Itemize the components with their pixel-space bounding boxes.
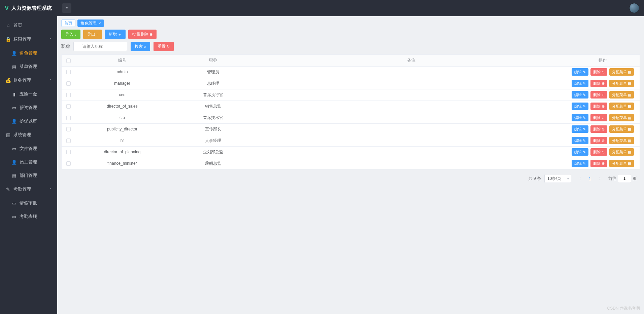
page-number[interactable]: 1 — [587, 176, 593, 181]
import-button[interactable]: 导入 ↓ — [61, 30, 80, 39]
sidebar-sub-item[interactable]: ▮ 五险一金 — [0, 87, 57, 101]
sidebar-sub-item[interactable]: ▭ 文件管理 — [0, 142, 57, 155]
sidebar-group[interactable]: 💰 财务管理 ⌃ — [0, 73, 57, 87]
sidebar-group-label: 财务管理 — [13, 77, 31, 83]
sidebar-group[interactable]: 🔒 权限管理 ⌃ — [0, 32, 57, 46]
table-row: hr 人事经理 编辑 ✎ 删除 ⊖ 分配菜单 ▦ — [62, 135, 640, 146]
remove-icon: ⊖ — [149, 32, 152, 37]
assign-menu-button[interactable]: 分配菜单 ▦ — [609, 125, 634, 133]
delete-button[interactable]: 删除 ⊖ — [590, 91, 607, 99]
jump-input[interactable] — [618, 174, 631, 183]
row-checkbox[interactable] — [66, 139, 71, 143]
row-checkbox[interactable] — [66, 150, 71, 154]
edit-icon: ✎ — [583, 70, 586, 74]
button-label: 编辑 — [574, 138, 582, 143]
delete-button[interactable]: 删除 ⊖ — [590, 148, 607, 156]
edit-button[interactable]: 编辑 ✎ — [572, 91, 588, 99]
button-label: 分配菜单 — [612, 138, 627, 143]
next-page-button[interactable]: 〉 — [596, 174, 605, 183]
select-all-checkbox[interactable] — [66, 58, 71, 63]
col-header-ops: 操作 — [566, 55, 640, 66]
sidebar-group[interactable]: ✎ 考勤管理 ⌃ — [0, 182, 57, 196]
delete-button[interactable]: 删除 ⊖ — [590, 160, 607, 167]
delete-button[interactable]: 删除 ⊖ — [590, 125, 607, 133]
item-icon: ▭ — [11, 214, 17, 219]
row-checkbox[interactable] — [66, 161, 71, 166]
assign-menu-button[interactable]: 分配菜单 ▦ — [609, 148, 634, 156]
delete-button[interactable]: 删除 ⊖ — [590, 68, 607, 76]
delete-button[interactable]: 删除 ⊖ — [590, 137, 607, 144]
search-button[interactable]: 搜索 ⌕ — [131, 42, 150, 51]
delete-button[interactable]: 删除 ⊖ — [590, 103, 607, 110]
assign-menu-button[interactable]: 分配菜单 ▦ — [609, 91, 634, 99]
grid-icon: ▦ — [628, 127, 631, 131]
tab-label: 首页 — [64, 21, 72, 26]
button-label: 删除 — [593, 150, 601, 155]
avatar[interactable] — [629, 3, 639, 13]
edit-button[interactable]: 编辑 ✎ — [572, 80, 588, 87]
sidebar-group[interactable]: ▤ 系统管理 ⌃ — [0, 128, 57, 142]
button-label: 重置 — [158, 44, 166, 49]
add-button[interactable]: 新增 ＋ — [105, 30, 126, 39]
chevron-left-icon: 〈 — [577, 176, 581, 181]
collapse-icon: ≡ — [66, 6, 68, 10]
filter: 职称 ⌕ 搜索 ⌕ 重置 ↻ — [61, 42, 640, 51]
edit-button[interactable]: 编辑 ✎ — [572, 137, 588, 144]
edit-button[interactable]: 编辑 ✎ — [572, 68, 588, 76]
sidebar-item-label: 薪资管理 — [20, 105, 37, 111]
cell-remark — [257, 135, 566, 146]
assign-menu-button[interactable]: 分配菜单 ▦ — [609, 103, 634, 110]
assign-menu-button[interactable]: 分配菜单 ▦ — [609, 114, 634, 121]
sidebar-item-label: 首页 — [13, 22, 22, 28]
cell-title: 首席技术官 — [169, 112, 257, 123]
edit-button[interactable]: 编辑 ✎ — [572, 103, 588, 110]
page-size-select[interactable]: 10条/页 ▾ — [544, 174, 571, 183]
sidebar-sub-item[interactable]: 👤 员工管理 — [0, 155, 57, 169]
edit-button[interactable]: 编辑 ✎ — [572, 114, 588, 121]
sidebar-sub-item[interactable]: ▭ 薪资管理 — [0, 101, 57, 114]
button-label: 分配菜单 — [612, 104, 627, 109]
row-checkbox[interactable] — [66, 127, 71, 131]
row-checkbox[interactable] — [66, 81, 71, 86]
sidebar-item-home[interactable]: ⌂ 首页 — [0, 18, 57, 32]
chevron-down-icon: ⌃ — [49, 79, 52, 82]
collapse-button[interactable]: ≡ — [62, 3, 71, 13]
cell-title: 管理员 — [169, 66, 257, 78]
close-icon[interactable]: ✕ — [98, 22, 101, 25]
export-button[interactable]: 导出 ↑ — [83, 30, 102, 39]
cell-title: 首席执行官 — [169, 89, 257, 101]
cell-title: 销售总监 — [169, 101, 257, 112]
edit-button[interactable]: 编辑 ✎ — [572, 160, 588, 167]
assign-menu-button[interactable]: 分配菜单 ▦ — [609, 68, 634, 76]
sidebar-sub-item[interactable]: ▤ 部门管理 — [0, 169, 57, 182]
batch-delete-button[interactable]: 批量删除 ⊖ — [128, 30, 157, 39]
remove-icon: ⊖ — [602, 70, 605, 74]
row-checkbox[interactable] — [66, 116, 71, 120]
sidebar-sub-item[interactable]: 👤 角色管理 — [0, 46, 57, 60]
prev-page-button[interactable]: 〈 — [575, 174, 583, 183]
sidebar-sub-item[interactable]: 👤 参保城市 — [0, 114, 57, 128]
group-icon: ✎ — [5, 187, 11, 192]
row-checkbox[interactable] — [66, 70, 71, 74]
sidebar-sub-item[interactable]: ▤ 菜单管理 — [0, 60, 57, 73]
delete-button[interactable]: 删除 ⊖ — [590, 114, 607, 121]
button-label: 删除 — [593, 70, 601, 75]
tab-home[interactable]: 首页 — [61, 19, 75, 27]
grid-icon: ▦ — [628, 116, 631, 120]
title-input[interactable] — [73, 42, 127, 51]
reset-button[interactable]: 重置 ↻ — [154, 42, 174, 51]
row-checkbox[interactable] — [66, 104, 71, 109]
button-label: 编辑 — [574, 150, 582, 155]
assign-menu-button[interactable]: 分配菜单 ▦ — [609, 160, 634, 167]
cell-remark — [257, 123, 566, 135]
assign-menu-button[interactable]: 分配菜单 ▦ — [609, 137, 634, 144]
tab-role-management[interactable]: 角色管理 ✕ — [77, 19, 104, 27]
edit-button[interactable]: 编辑 ✎ — [572, 125, 588, 133]
sidebar-sub-item[interactable]: ▭ 请假审批 — [0, 196, 57, 210]
edit-icon: ✎ — [583, 81, 586, 86]
sidebar-sub-item[interactable]: ▭ 考勤表现 — [0, 210, 57, 223]
row-checkbox[interactable] — [66, 93, 71, 97]
delete-button[interactable]: 删除 ⊖ — [590, 80, 607, 87]
assign-menu-button[interactable]: 分配菜单 ▦ — [609, 80, 634, 87]
edit-button[interactable]: 编辑 ✎ — [572, 148, 588, 156]
